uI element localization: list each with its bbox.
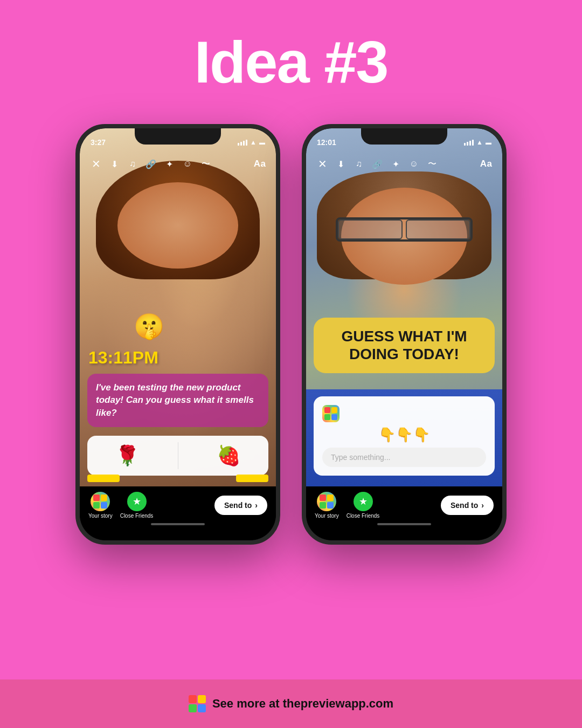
glasses-lens-right bbox=[406, 219, 470, 239]
status-icons-1: ▲ ▬ bbox=[238, 139, 265, 146]
bottom-actions-1: Your story ★ Close Friends Send to › bbox=[80, 492, 276, 519]
question-card[interactable]: 👇👇👇 Type something... bbox=[314, 396, 495, 476]
squiggle-icon-2[interactable]: 〜 bbox=[424, 155, 441, 173]
close-friends-button-2[interactable]: ★ Close Friends bbox=[347, 492, 380, 519]
story-toolbar-1: ✕ ⬇ ♫ 🔗 ✦ ☺ 〜 Aa bbox=[80, 152, 276, 176]
wifi-icon-1: ▲ bbox=[250, 139, 257, 146]
preview-app-icon bbox=[322, 405, 340, 422]
chevron-right-icon-2: › bbox=[481, 501, 484, 510]
your-story-label-2: Your story bbox=[315, 513, 339, 519]
signal-icon-2 bbox=[464, 140, 474, 146]
footer: See more at thepreviewapp.com bbox=[0, 679, 582, 728]
phone-1-screen: 3:27 ▲ ▬ ✕ ⬇ bbox=[80, 128, 276, 540]
quiz-divider bbox=[178, 442, 178, 469]
phone-1: 3:27 ▲ ▬ ✕ ⬇ bbox=[75, 124, 280, 545]
text-tool-2[interactable]: Aa bbox=[477, 155, 495, 173]
quiz-options[interactable]: 🌹 🍓 bbox=[87, 436, 268, 476]
close-friends-icon-1: ★ bbox=[127, 492, 147, 511]
close-icon-2[interactable]: ✕ bbox=[314, 155, 331, 173]
signal-icon-1 bbox=[238, 140, 247, 146]
send-to-label-2: Send to bbox=[451, 501, 478, 510]
story-circle-icon-1 bbox=[91, 492, 110, 511]
caption-box: I've been testing the new product today!… bbox=[87, 374, 268, 427]
glasses bbox=[336, 217, 473, 242]
music-icon[interactable]: ♫ bbox=[124, 155, 141, 173]
toolbar-left-1: ✕ ⬇ ♫ 🔗 ✦ ☺ 〜 bbox=[87, 155, 214, 173]
your-story-button-2[interactable]: Your story bbox=[315, 492, 339, 519]
status-time-1: 3:27 bbox=[91, 138, 106, 147]
phone-2-screen: 12:01 ▲ ▬ ✕ ⬇ bbox=[306, 128, 502, 540]
bottom-left-2: Your story ★ Close Friends bbox=[315, 492, 379, 519]
bottom-left-1: Your story ★ Close Friends bbox=[88, 492, 153, 519]
footer-hash-icon bbox=[189, 695, 206, 712]
status-time-2: 12:01 bbox=[317, 138, 336, 147]
send-to-button-2[interactable]: Send to › bbox=[441, 496, 494, 515]
question-card-header bbox=[322, 405, 486, 422]
your-story-button-1[interactable]: Your story bbox=[88, 492, 113, 519]
footer-text: See more at thepreviewapp.com bbox=[212, 697, 393, 711]
battery-icon-1: ▬ bbox=[259, 139, 265, 146]
status-icons-2: ▲ ▬ bbox=[464, 139, 491, 146]
home-indicator-2 bbox=[377, 523, 431, 525]
shh-emoji: 🤫 bbox=[134, 312, 164, 341]
face-oval bbox=[117, 182, 238, 269]
time-overlay: 13:11PM bbox=[88, 348, 158, 368]
status-bar-1: 3:27 ▲ ▬ bbox=[80, 128, 276, 152]
sparkle-icon-2[interactable]: ✦ bbox=[387, 155, 404, 173]
bottom-actions-2: Your story ★ Close Friends Send to › bbox=[306, 492, 502, 519]
guess-text: GUESS WHAT I'M DOING TODAY! bbox=[324, 327, 484, 363]
quiz-option-2[interactable]: 🍓 bbox=[217, 444, 241, 467]
send-to-label-1: Send to bbox=[224, 501, 252, 510]
text-tool[interactable]: Aa bbox=[251, 155, 268, 173]
story-circle-icon-2 bbox=[317, 492, 336, 511]
caption-text: I've been testing the new product today!… bbox=[96, 381, 260, 420]
phone-bottom-2: Your story ★ Close Friends Send to › bbox=[306, 486, 502, 540]
guess-bubble: GUESS WHAT I'M DOING TODAY! bbox=[314, 318, 495, 373]
home-indicator-1 bbox=[151, 523, 205, 525]
finger-down-emojis: 👇👇👇 bbox=[322, 427, 486, 443]
page-title: Idea #3 bbox=[194, 32, 387, 92]
download-icon-2[interactable]: ⬇ bbox=[332, 155, 349, 173]
close-icon[interactable]: ✕ bbox=[87, 155, 105, 173]
phone-2: 12:01 ▲ ▬ ✕ ⬇ bbox=[302, 124, 507, 545]
glasses-lens-left bbox=[338, 219, 403, 239]
music-icon-2[interactable]: ♫ bbox=[350, 155, 368, 173]
toolbar-left-2: ✕ ⬇ ♫ 🔗 ✦ ☺ 〜 bbox=[314, 155, 441, 173]
face-icon[interactable]: ☺ bbox=[179, 155, 196, 173]
wifi-icon-2: ▲ bbox=[476, 139, 483, 146]
yellow-bar-right bbox=[236, 475, 268, 482]
close-friends-icon-2: ★ bbox=[354, 492, 373, 511]
yellow-bar-left bbox=[87, 475, 120, 482]
face-icon-2[interactable]: ☺ bbox=[405, 155, 422, 173]
close-friends-button-1[interactable]: ★ Close Friends bbox=[120, 492, 154, 519]
close-friends-label-2: Close Friends bbox=[347, 513, 380, 519]
toolbar-right-2: Aa bbox=[477, 155, 495, 173]
type-something-input[interactable]: Type something... bbox=[322, 448, 486, 467]
send-to-button-1[interactable]: Send to › bbox=[214, 496, 267, 515]
link-icon[interactable]: 🔗 bbox=[142, 155, 160, 173]
chevron-right-icon-1: › bbox=[255, 501, 258, 510]
status-bar-2: 12:01 ▲ ▬ bbox=[306, 128, 502, 152]
phones-container: 3:27 ▲ ▬ ✕ ⬇ bbox=[75, 124, 507, 545]
sparkle-icon[interactable]: ✦ bbox=[161, 155, 178, 173]
toolbar-right-1: Aa bbox=[251, 155, 268, 173]
battery-icon-2: ▬ bbox=[486, 139, 491, 146]
your-story-label-1: Your story bbox=[88, 513, 113, 519]
close-friends-label-1: Close Friends bbox=[120, 513, 154, 519]
link-icon-2[interactable]: 🔗 bbox=[369, 155, 386, 173]
story-toolbar-2: ✕ ⬇ ♫ 🔗 ✦ ☺ 〜 Aa bbox=[306, 152, 502, 176]
download-icon[interactable]: ⬇ bbox=[106, 155, 123, 173]
phone-bottom-1: Your story ★ Close Friends Send to › bbox=[80, 486, 276, 540]
quiz-option-1[interactable]: 🌹 bbox=[115, 444, 140, 467]
squiggle-icon[interactable]: 〜 bbox=[197, 155, 214, 173]
